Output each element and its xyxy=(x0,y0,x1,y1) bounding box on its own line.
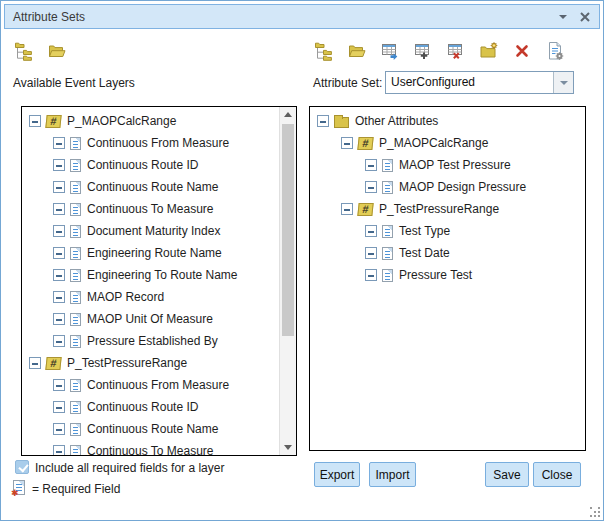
collapse-toggle-icon[interactable] xyxy=(53,225,65,237)
toolbar-right xyxy=(313,40,566,62)
export-table-button[interactable] xyxy=(379,40,401,62)
tree-item[interactable]: Continuous To Measure xyxy=(22,440,279,455)
tree-item[interactable]: Continuous Route ID xyxy=(22,396,279,418)
collapse-toggle-icon[interactable] xyxy=(53,247,65,259)
scrollbar[interactable] xyxy=(279,107,296,455)
close-button[interactable]: Close xyxy=(533,462,581,487)
tree-item[interactable]: Continuous Route Name xyxy=(22,418,279,440)
tree-item-label: P_TestPressureRange xyxy=(379,202,499,216)
export-button[interactable]: Export xyxy=(314,462,360,487)
dialog-title: Attribute Sets xyxy=(13,10,85,24)
collapse-toggle-icon[interactable] xyxy=(365,269,377,281)
tree-item-label: MAOP Design Pressure xyxy=(399,180,526,194)
remove-table-button[interactable] xyxy=(445,40,467,62)
include-required-label: Include all required fields for a layer xyxy=(35,461,224,475)
attribute-set-tree: Other Attributes P_MAOPCalcRange MAOP Te… xyxy=(309,106,586,451)
tree-item[interactable]: Continuous To Measure xyxy=(22,198,279,220)
tree-item[interactable]: Continuous From Measure xyxy=(22,374,279,396)
report-settings-button[interactable] xyxy=(544,40,566,62)
required-field-icon xyxy=(13,480,25,495)
collapse-toggle-icon[interactable] xyxy=(53,313,65,325)
collapse-toggle-icon[interactable] xyxy=(341,137,353,149)
scroll-down-icon[interactable] xyxy=(280,439,296,455)
open-attribute-set-button[interactable] xyxy=(346,40,368,62)
tree-item-label: Continuous Route Name xyxy=(87,180,218,194)
tree-item[interactable]: MAOP Design Pressure xyxy=(310,176,585,198)
scrollbar-thumb[interactable] xyxy=(282,124,294,336)
tree-item-label: Continuous Route Name xyxy=(87,422,218,436)
add-table-button[interactable] xyxy=(412,40,434,62)
tree-item[interactable]: MAOP Record xyxy=(22,286,279,308)
collapse-toggle-icon[interactable] xyxy=(53,203,65,215)
collapse-toggle-icon[interactable] xyxy=(53,423,65,435)
field-icon xyxy=(70,445,81,456)
save-button[interactable]: Save xyxy=(485,462,529,487)
tree-item-label: Document Maturity Index xyxy=(87,224,220,238)
field-icon xyxy=(382,159,393,172)
close-icon[interactable] xyxy=(579,11,591,23)
collapse-toggle-icon[interactable] xyxy=(317,115,329,127)
field-icon xyxy=(70,247,81,260)
collapse-toggle-icon[interactable] xyxy=(53,137,65,149)
collapse-toggle-icon[interactable] xyxy=(53,445,65,455)
tree-item[interactable]: Test Date xyxy=(310,242,585,264)
tree-item[interactable]: Test Type xyxy=(310,220,585,242)
collapse-toggle-icon[interactable] xyxy=(365,247,377,259)
open-folder-button[interactable] xyxy=(46,40,68,62)
tree-item[interactable]: P_TestPressureRange xyxy=(310,198,585,220)
collapse-toggle-icon[interactable] xyxy=(53,181,65,193)
tree-item[interactable]: Continuous From Measure xyxy=(22,132,279,154)
field-icon xyxy=(70,159,81,172)
include-required-checkbox[interactable] xyxy=(15,460,29,474)
layers-tree-button[interactable] xyxy=(13,40,35,62)
collapse-toggle-icon[interactable] xyxy=(53,291,65,303)
tree-item[interactable]: Continuous Route ID xyxy=(22,154,279,176)
chevron-down-icon[interactable] xyxy=(553,72,573,93)
field-icon xyxy=(70,423,81,436)
tree-item-label: Test Type xyxy=(399,224,450,238)
collapse-toggle-icon[interactable] xyxy=(341,203,353,215)
collapse-toggle-icon[interactable] xyxy=(53,159,65,171)
tree-item[interactable]: MAOP Unit Of Measure xyxy=(22,308,279,330)
tree-item[interactable]: P_MAOPCalcRange xyxy=(310,132,585,154)
collapse-toggle-icon[interactable] xyxy=(53,335,65,347)
tree-item[interactable]: Engineering Route Name xyxy=(22,242,279,264)
tree-item[interactable]: Engineering To Route Name xyxy=(22,264,279,286)
tree-item-label: Other Attributes xyxy=(355,114,438,128)
attribute-set-label: Attribute Set: xyxy=(313,76,382,90)
event-layer-icon xyxy=(357,203,373,216)
tree-item[interactable]: P_TestPressureRange xyxy=(22,352,279,374)
tree-item-label: P_TestPressureRange xyxy=(67,356,187,370)
scroll-up-icon[interactable] xyxy=(280,107,296,123)
delete-icon xyxy=(512,41,532,61)
available-layers-tree: P_MAOPCalcRange Continuous From Measure … xyxy=(21,106,297,456)
tree-item-label: Test Date xyxy=(399,246,450,260)
collapse-toggle-icon[interactable] xyxy=(365,225,377,237)
collapse-toggle-icon[interactable] xyxy=(53,379,65,391)
collapse-toggle-icon[interactable] xyxy=(53,269,65,281)
collapse-toggle-icon[interactable] xyxy=(365,181,377,193)
tree-item[interactable]: Other Attributes xyxy=(310,110,585,132)
collapse-toggle-icon[interactable] xyxy=(29,357,41,369)
import-button[interactable]: Import xyxy=(369,462,416,487)
attribute-set-select[interactable]: UserConfigured xyxy=(385,71,574,94)
titlebar: Attribute Sets xyxy=(4,4,600,29)
collapse-toggle-icon[interactable] xyxy=(53,401,65,413)
delete-button[interactable] xyxy=(511,40,533,62)
collapse-toggle-icon[interactable] xyxy=(29,115,41,127)
tree-item[interactable]: Document Maturity Index xyxy=(22,220,279,242)
tree-item[interactable]: MAOP Test Pressure xyxy=(310,154,585,176)
tree-item-label: Continuous To Measure xyxy=(87,202,214,216)
tree-item[interactable]: Pressure Test xyxy=(310,264,585,286)
field-icon xyxy=(70,291,81,304)
new-attribute-set-button[interactable] xyxy=(478,40,500,62)
collapse-panel-icon[interactable] xyxy=(557,11,569,23)
field-icon xyxy=(382,225,393,238)
tree-item[interactable]: Pressure Established By xyxy=(22,330,279,352)
tree-item[interactable]: Continuous Route Name xyxy=(22,176,279,198)
field-icon xyxy=(70,269,81,282)
resize-grip[interactable] xyxy=(590,507,600,517)
attribute-set-tree-button[interactable] xyxy=(313,40,335,62)
collapse-toggle-icon[interactable] xyxy=(365,159,377,171)
tree-item[interactable]: P_MAOPCalcRange xyxy=(22,110,279,132)
